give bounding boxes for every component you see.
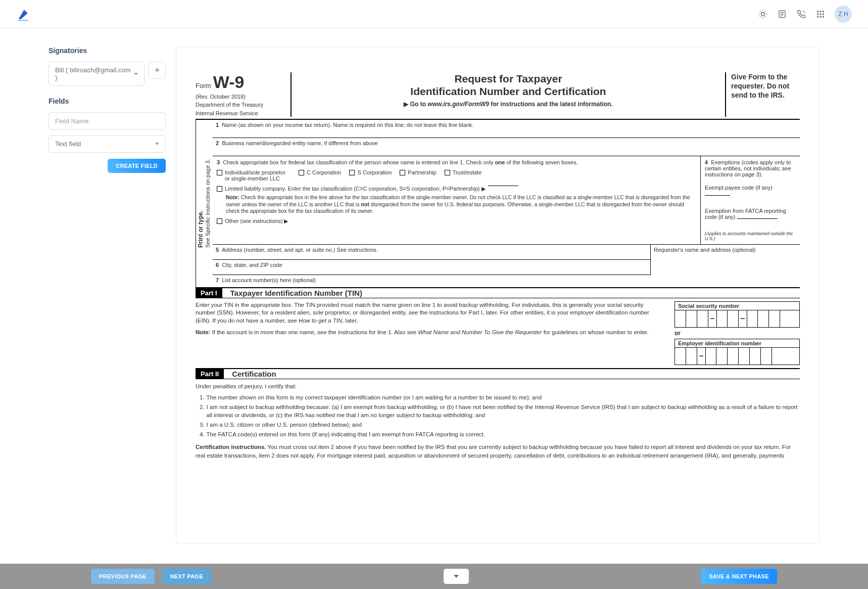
form-code: W-9 [213, 72, 245, 92]
part1-header: Part I Taxpayer Identification Number (T… [196, 287, 800, 298]
svg-rect-10 [823, 16, 824, 17]
ssn-grid[interactable]: – – [674, 310, 800, 328]
cert-4: 4.The FATCA code(s) entered on this form… [200, 430, 800, 438]
signatory-row: Bill ( billroach@gmail.com ) + [49, 62, 166, 86]
part2-badge: Part II [196, 369, 224, 379]
chevron-down-icon [155, 143, 159, 145]
field-type-select[interactable]: Text field [49, 135, 166, 153]
row-6: 6City, state, and ZIP code [213, 260, 650, 275]
signatory-selected-label: Bill ( billroach@gmail.com ) [55, 66, 134, 81]
footer-page-dropdown[interactable] [444, 569, 469, 584]
footer-bar: PREVIOUS PAGE NEXT PAGE SAVE & NEXT PHAS… [0, 564, 868, 589]
form-header-left: Form W-9 (Rev. October 2018) Department … [196, 72, 292, 117]
chevron-down-icon [454, 575, 459, 578]
signatories-title: Signatories [49, 47, 166, 55]
svg-rect-6 [820, 13, 822, 15]
document-panel[interactable]: Form W-9 (Rev. October 2018) Department … [176, 47, 819, 543]
give-form-text: Give Form to the requester. Do not send … [731, 72, 800, 100]
form-header-right: Give Form to the requester. Do not send … [725, 72, 800, 117]
next-page-button[interactable]: NEXT PAGE [162, 569, 211, 584]
requester-address: Requester's name and address (optional) [650, 245, 800, 275]
tin-boxes: Social security number – – or Employer i… [674, 301, 800, 365]
footer-left: PREVIOUS PAGE NEXT PAGE [91, 569, 211, 584]
row-5: 5Address (number, street, and apt. or su… [213, 245, 650, 260]
ein-label: Employer identification number [674, 339, 800, 348]
part2-header: Part II Certification [196, 368, 800, 379]
svg-rect-8 [817, 16, 818, 17]
fatca-note: (Applies to accounts maintained outside … [705, 231, 796, 241]
sidebar: Signatories Bill ( billroach@gmail.com )… [49, 47, 166, 543]
svg-rect-9 [820, 16, 822, 17]
add-signatory-button[interactable]: + [149, 62, 166, 79]
classification-section: 3Check appropriate box for federal tax c… [213, 156, 800, 245]
row-7: 7List account number(s) here (optional) [213, 275, 800, 287]
form-header: Form W-9 (Rev. October 2018) Department … [196, 72, 800, 120]
cert-3: 3.I am a U.S. citizen or other U.S. pers… [200, 421, 800, 429]
brightness-icon[interactable] [758, 9, 768, 19]
form-title-1: Request for Taxpayer [298, 72, 719, 85]
form-header-center: Request for Taxpayer Identification Numb… [292, 72, 725, 117]
form-body: Print or type.See Specific Instructions … [196, 120, 800, 287]
svg-rect-5 [817, 13, 818, 15]
save-next-phase-button[interactable]: SAVE & NEXT PHASE [701, 569, 777, 584]
tin-text: Enter your TIN in the appropriate box. T… [196, 301, 664, 365]
vertical-instructions: Print or type.See Specific Instructions … [196, 120, 213, 287]
user-avatar[interactable]: Z H [835, 6, 852, 23]
form-rev: (Rev. October 2018) [196, 93, 286, 100]
cb-scorp[interactable]: S Corporation [349, 169, 392, 182]
form-irs: Internal Revenue Service [196, 110, 286, 117]
create-field-button[interactable]: CREATE FIELD [108, 159, 166, 173]
cert-intro: Under penalties of perjury, I certify th… [196, 379, 800, 393]
ein-grid[interactable]: – [674, 348, 800, 365]
app-logo[interactable] [16, 7, 30, 21]
cb-trust[interactable]: Trust/estate [445, 169, 482, 182]
cb-ccorp[interactable]: C Corporation [299, 169, 341, 182]
form-goto: ▶ Go to www.irs.gov/FormW9 for instructi… [298, 101, 719, 108]
svg-rect-2 [817, 11, 818, 12]
cert-2: 2.I am not subject to backup withholding… [200, 403, 800, 419]
llc-note: Note: Check the appropriate box in the l… [217, 194, 696, 215]
previous-page-button[interactable]: PREVIOUS PAGE [91, 569, 155, 584]
apps-grid-icon[interactable] [815, 9, 826, 19]
cert-1: 1.The number shown on this form is my co… [200, 393, 800, 401]
main-container: Signatories Bill ( billroach@gmail.com )… [0, 28, 868, 589]
field-name-input[interactable] [49, 112, 166, 130]
part1-badge: Part I [196, 288, 222, 298]
row-1: 1Name (as shown on your income tax retur… [213, 120, 800, 138]
svg-point-0 [761, 12, 765, 16]
pen-logo-icon [16, 7, 30, 21]
tin-section: Enter your TIN in the appropriate box. T… [196, 298, 800, 368]
checkbox-row-1: Individual/sole proprietor or single-mem… [217, 169, 696, 182]
exemptions-right: 4Exemptions (codes apply only to certain… [701, 156, 800, 244]
svg-rect-3 [820, 11, 822, 12]
svg-rect-7 [823, 13, 824, 15]
part2-title: Certification [232, 370, 276, 378]
or-label: or [674, 330, 800, 337]
form-title-2: Identification Number and Certification [298, 85, 719, 98]
field-type-selected-label: Text field [55, 140, 81, 148]
address-left: 5Address (number, street, and apt. or su… [213, 245, 650, 275]
cb-partnership[interactable]: Partnership [400, 169, 436, 182]
row-2: 2Business name/disregarded entity name, … [213, 138, 800, 156]
form-word: Form [196, 82, 211, 89]
svg-rect-4 [823, 11, 824, 12]
app-header: Z H [0, 0, 868, 28]
cb-other[interactable]: Other (see instructions) ▶ [217, 218, 696, 224]
cert-list: 1.The number shown on this form is my co… [196, 393, 800, 438]
form-rows: 1Name (as shown on your income tax retur… [213, 120, 800, 287]
cb-individual[interactable]: Individual/sole proprietor or single-mem… [217, 169, 291, 182]
ssn-label: Social security number [674, 301, 800, 310]
header-actions: Z H [758, 6, 852, 23]
fields-title: Fields [49, 97, 166, 105]
signatory-select[interactable]: Bill ( billroach@gmail.com ) [49, 62, 144, 86]
chevron-down-icon [134, 73, 138, 75]
part1-title: Taxpayer Identification Number (TIN) [230, 289, 362, 297]
classification-left: 3Check appropriate box for federal tax c… [213, 156, 701, 244]
address-section: 5Address (number, street, and apt. or su… [213, 245, 800, 275]
form-dept: Department of the Treasury [196, 101, 286, 108]
note-icon[interactable] [777, 9, 787, 19]
phone-icon[interactable] [796, 9, 806, 19]
cb-llc[interactable]: Limited liability company. Enter the tax… [217, 186, 696, 192]
cert-instructions: Certification instructions. You must cro… [196, 440, 800, 462]
